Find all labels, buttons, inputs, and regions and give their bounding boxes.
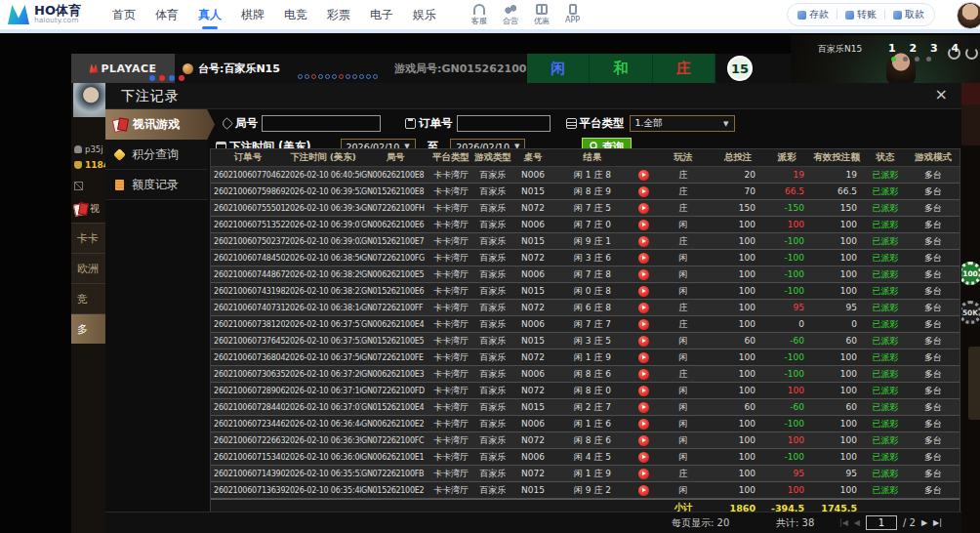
cell-table_no: N006	[513, 319, 552, 329]
refresh-icons[interactable]	[948, 47, 978, 60]
chip-100[interactable]: 100	[961, 262, 980, 285]
cell-order: 260210060715340	[211, 453, 285, 462]
table-row: 2602100607502372026-02-10 06:39:02GN0152…	[211, 233, 960, 250]
replay-icon[interactable]	[638, 253, 649, 264]
cell-order: 260210060713639	[211, 486, 285, 495]
nav-item-points[interactable]: 积分查询	[105, 140, 208, 170]
balance: 1184	[85, 160, 105, 170]
nav-item-credit-records[interactable]: 额度记录	[105, 170, 208, 200]
hall-tab-europe[interactable]: 欧洲	[71, 253, 105, 283]
menu-item-lottery[interactable]: 彩票	[317, 0, 360, 29]
menu-item-board[interactable]: 棋牌	[231, 0, 274, 29]
replay-icon[interactable]	[638, 402, 649, 413]
replay-icon[interactable]	[638, 319, 649, 330]
deposit-button[interactable]: 存款	[797, 8, 829, 21]
menu-item-esports[interactable]: 电竞	[274, 0, 317, 29]
cell-play: 闲	[654, 434, 713, 447]
table-header-row: 订单号下注时间 (美东)局号平台类型游戏类型桌号结果玩法总投注派彩有效投注额状态…	[211, 149, 960, 167]
replay-icon-cell	[633, 286, 654, 297]
cell-valid: 100	[810, 485, 863, 495]
cell-game: 百家乐	[472, 302, 513, 314]
replay-icon[interactable]	[638, 286, 649, 297]
cell-bet: 100	[713, 236, 763, 246]
replay-icon[interactable]	[638, 386, 649, 396]
replay-icon[interactable]	[638, 170, 649, 181]
replay-icon[interactable]	[638, 369, 649, 380]
replay-icon[interactable]	[638, 452, 649, 463]
cell-round: GN015262100E2	[361, 486, 429, 495]
cell-platform: 卡卡湾厅	[429, 484, 472, 497]
cell-status: 已派彩	[863, 434, 908, 447]
diamond-icon	[113, 148, 126, 161]
withdraw-button[interactable]: 取款	[893, 8, 924, 21]
lobby-left-sidebar: p35j 1184 视 卡卡 欧洲 竞 多	[71, 83, 105, 533]
prev-page-icon[interactable]: ◀	[854, 518, 860, 527]
cell-play: 闲	[654, 451, 713, 464]
replay-icon[interactable]	[638, 336, 649, 347]
nav-item-video-games[interactable]: 视讯游戏	[105, 109, 215, 140]
cell-round: GN015262100E5	[361, 337, 429, 346]
replay-icon[interactable]	[638, 469, 649, 479]
table-row: 2602100607484502026-02-10 06:38:56GN0722…	[211, 250, 960, 266]
close-icon[interactable]: ×	[935, 85, 948, 103]
transfer-button[interactable]: 转账	[845, 8, 877, 21]
cell-play: 庄	[654, 368, 713, 381]
platform-select[interactable]: 1.全部 ▼	[630, 115, 735, 132]
main-menu: 首页 体育 真人 棋牌 电竞 彩票 电子 娱乐	[102, 0, 446, 29]
hall-tab-kaka[interactable]: 卡卡	[71, 223, 105, 253]
cell-game: 百家乐	[472, 368, 513, 381]
menu-item-sports[interactable]: 体育	[145, 0, 188, 29]
replay-icon[interactable]	[638, 485, 649, 496]
replay-icon-cell	[633, 352, 654, 363]
hall-tab-jing[interactable]: 竞	[71, 283, 105, 313]
brand-logo[interactable]: HO体育 halouty.com	[8, 5, 81, 24]
first-page-icon[interactable]: |◀	[839, 518, 848, 527]
video-games-row[interactable]: 视	[74, 202, 100, 216]
last-page-icon[interactable]: ▶|	[933, 518, 942, 527]
quick-link-promo[interactable]: 优惠	[534, 4, 550, 26]
menu-item-entertainment[interactable]: 娱乐	[403, 0, 446, 29]
order-input[interactable]	[457, 115, 551, 132]
user-avatar[interactable]	[957, 2, 980, 29]
cell-order: 260210060751352	[211, 221, 285, 229]
quick-link-support[interactable]: 客服	[471, 4, 487, 26]
cell-time: 2026-02-10 06:37:20	[285, 370, 361, 379]
replay-icon[interactable]	[638, 435, 649, 446]
profile-photo[interactable]	[73, 83, 105, 117]
cell-status: 已派彩	[863, 185, 908, 198]
replay-icon[interactable]	[638, 419, 649, 430]
refresh-icon	[948, 47, 960, 60]
replay-icon[interactable]	[638, 303, 649, 313]
cards-icon	[74, 203, 87, 215]
menu-item-slots[interactable]: 电子	[360, 0, 403, 29]
side-vertical-tab[interactable]	[968, 347, 980, 420]
replay-icon-cell	[633, 419, 654, 430]
cell-payout: -100	[763, 452, 810, 462]
hall-tab-multi[interactable]: 多	[71, 313, 105, 344]
quick-link-app[interactable]: APP	[565, 4, 580, 26]
table-row: 2602100607513522026-02-10 06:39:07GN0062…	[211, 217, 960, 233]
replay-icon[interactable]	[638, 220, 649, 230]
chip-50k[interactable]: 50K	[961, 301, 980, 324]
menu-item-live[interactable]: 真人	[188, 0, 231, 29]
replay-icon[interactable]	[638, 186, 649, 197]
page-input[interactable]: 1	[866, 515, 897, 530]
replay-icon[interactable]	[638, 352, 649, 363]
cell-bet: 70	[713, 186, 763, 196]
cell-order: 260210060755501	[211, 204, 285, 213]
cell-status: 已派彩	[863, 351, 908, 364]
cell-bet: 100	[713, 352, 763, 362]
edit-row[interactable]	[74, 182, 83, 190]
round-input[interactable]	[262, 115, 381, 132]
cell-result: 闲 1 庄 9	[552, 468, 633, 480]
replay-icon[interactable]	[638, 203, 649, 214]
replay-icon[interactable]	[638, 236, 649, 247]
cell-platform: 卡卡湾厅	[429, 335, 472, 348]
next-page-icon[interactable]: ▶	[921, 518, 927, 527]
menu-item-home[interactable]: 首页	[102, 0, 145, 29]
cell-platform: 卡卡湾厅	[429, 285, 472, 298]
cell-order: 260210060750237	[211, 237, 285, 246]
cell-time: 2026-02-10 06:35:48	[285, 486, 361, 495]
replay-icon[interactable]	[638, 269, 649, 280]
quick-link-partner[interactable]: 合营	[503, 4, 518, 26]
